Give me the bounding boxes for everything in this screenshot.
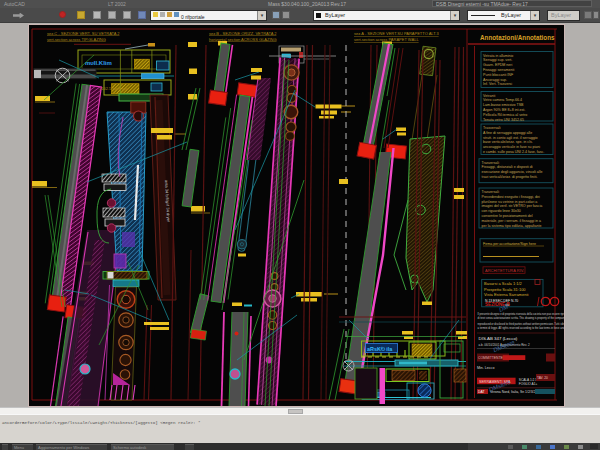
svg-text:Inf. Vert. Trasversi: Inf. Vert. Trasversi xyxy=(483,82,512,86)
svg-text:Prospetto Scala 31:100: Prospetto Scala 31:100 xyxy=(484,287,526,292)
svg-text:A fine di serraggio appoggi al: A fine di serraggio appoggi alle xyxy=(483,131,532,135)
svg-text:Trasversali: Trasversali xyxy=(482,161,500,165)
svg-text:Annotazioni/Annotations: Annotazioni/Annotations xyxy=(480,34,555,41)
svg-text:Min. Lecco: Min. Lecco xyxy=(477,366,494,370)
svg-text:sez.A - SEZIONE VERT.SU PARAPE: sez.A - SEZIONE VERT.SU PARAPETTO ALT.3 xyxy=(354,31,439,36)
svg-text:Argon 90% BE 8+8 int.est.: Argon 90% BE 8+8 int.est. xyxy=(483,108,525,112)
svg-text:base verticale/orizz. spe. in: base verticale/orizz. spe. in cls. xyxy=(483,140,533,144)
svg-text:Trasversali: Trasversali xyxy=(482,190,500,194)
svg-text:Guarn. EPDM neri: Guarn. EPDM neri xyxy=(483,63,513,67)
svg-text:Trasversali: Trasversali xyxy=(483,126,501,130)
svg-text:esecuzione degli aggancio, vin: esecuzione degli aggancio, vincoli alle xyxy=(482,170,543,174)
svg-text:Tenuta vetro UNI 3452.65: Tenuta vetro UNI 3452.65 xyxy=(483,118,524,122)
svg-text:materiale, per i serram. il fi: materiale, per i serram. il fissaggi in … xyxy=(482,219,542,223)
svg-text:con riguardo linee 30x30: con riguardo linee 30x30 xyxy=(482,209,521,213)
svg-text:a termini di legge. All rights: a termini di legge. All rights reserved … xyxy=(478,326,565,330)
svg-text:Verona Nord, Italia, Sn 1/2/3/: Verona Nord, Italia, Sn 1/2/3/2003 xyxy=(490,390,541,394)
svg-text:sez.B - SEZIONE ORIZZ. VETRATA: sez.B - SEZIONE ORIZZ. VETRATA 2 xyxy=(209,31,277,36)
svg-text:strutt. in conto agli est. il: strutt. in conto agli est. il serraggio xyxy=(483,136,538,140)
svg-text:pluri/zone su vetrine in part.: pluri/zone su vetrine in part.colari a xyxy=(482,200,538,204)
svg-text:Vetrata in alluminio: Vetrata in alluminio xyxy=(483,54,513,58)
svg-text:Basarsi a Scala 1:1/2: Basarsi a Scala 1:1/2 xyxy=(484,281,523,286)
svg-text:TAV. 20: TAV. 20 xyxy=(537,376,548,380)
svg-text:Ancoraggi sup.: Ancoraggi sup. xyxy=(483,78,507,82)
svg-text:mᴜll.Klim: mᴜll.Klim xyxy=(85,60,112,66)
svg-text:ancoraggio verticale in fase s: ancoraggio verticale in fase su piani xyxy=(483,145,540,149)
svg-text:Pellicola Ril.termica al vetro: Pellicola Ril.termica al vetro xyxy=(483,113,527,117)
svg-text:di terzi senza autorizzazione: di terzi senza autorizzazione scritta. T… xyxy=(478,316,565,320)
svg-text:Fissaggi, distanziali e dispos: Fissaggi, distanziali e disposti di xyxy=(482,165,533,169)
svg-text:per la sistema tipo edilizia,: per la sistema tipo edilizia, appaltante xyxy=(482,224,542,228)
svg-text:Lam.basso emissivo TSB: Lam.basso emissivo TSB xyxy=(483,103,524,107)
svg-text:SCALA 1:2.5: SCALA 1:2.5 xyxy=(519,378,537,382)
svg-text:Vetranti: Vetranti xyxy=(483,94,495,98)
svg-text:horizontal section ACROSS GLAZ: horizontal section ACROSS GLAZING xyxy=(209,37,277,42)
svg-text:Il presente disegno e di propr: Il presente disegno e di proprieta riser… xyxy=(478,312,565,316)
svg-text:Fissaggi serramenti: Fissaggi serramenti xyxy=(483,68,515,72)
svg-text:Vetro camera Temp.66.4: Vetro camera Temp.66.4 xyxy=(483,98,522,102)
svg-text:COMMITTENTE: COMMITTENTE xyxy=(478,356,504,360)
svg-text:e cambi. sulle posa UNI 2.4 fa: e cambi. sulle posa UNI 2.4 fase, fasc. xyxy=(483,150,544,154)
svg-text:travi verticali/orizz. di prog: travi verticali/orizz. di progetto finit… xyxy=(482,175,538,179)
svg-text:Vista Esterna Sarramenti: Vista Esterna Sarramenti xyxy=(484,292,529,297)
svg-text:reproduced or disclosed to thi: reproduced or disclosed to third parties… xyxy=(478,322,565,326)
svg-text:ARCHITETTURA RIV.: ARCHITETTURA RIV. xyxy=(485,268,524,273)
svg-text:Prevedendosi eseguito i fissag: Prevedendosi eseguito i fissaggi, dei xyxy=(482,195,541,199)
svg-text:DAT: DAT xyxy=(478,390,485,394)
svg-text:vert.section across TIP.GLAZIN: vert.section across TIP.GLAZING xyxy=(47,37,106,42)
svg-text:Serraggi sup. vert.: Serraggi sup. vert. xyxy=(483,58,512,62)
svg-text:consentire le posizionamenti d: consentire le posizionamenti del xyxy=(482,214,533,218)
svg-text:aRsKటila: aRsKటila xyxy=(367,346,393,352)
svg-text:Punti bloccanti INF: Punti bloccanti INF xyxy=(483,73,514,77)
svg-text:vert.section across PARAPET WA: vert.section across PARAPET WALL xyxy=(354,37,419,42)
svg-text:sez.C - SEZIONE VERT. SU VETRA: sez.C - SEZIONE VERT. SU VETRATA 2 xyxy=(47,31,120,36)
svg-text:FOGLIO A1+: FOGLIO A1+ xyxy=(519,382,538,386)
svg-text:imagini del verif. str.VETRO p: imagini del verif. str.VETRO per fascia xyxy=(482,204,543,208)
svg-text:+102.5 farm spa: +102.5 farm spa xyxy=(99,86,129,91)
svg-text:Firma per accettazione/Sign he: Firma per accettazione/Sign here xyxy=(483,242,536,246)
